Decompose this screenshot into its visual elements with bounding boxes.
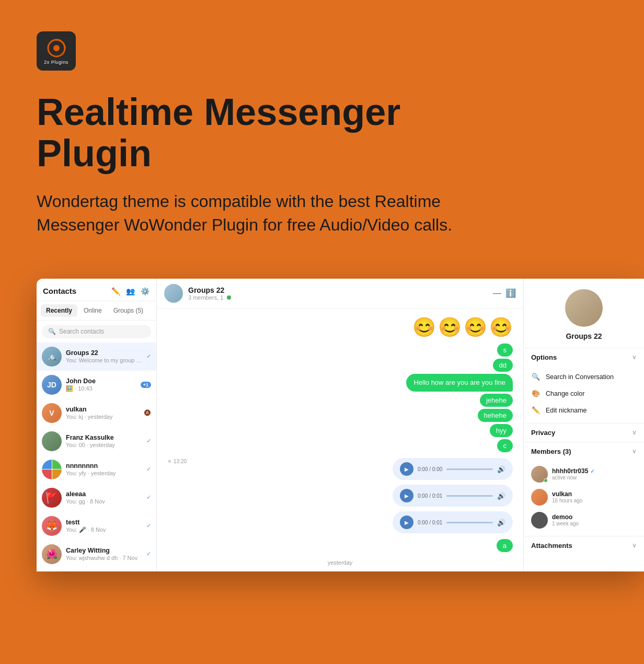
right-panel-header: Groups 22 [524,279,644,348]
avatar: 🦊 [42,516,62,536]
emoji: 😊 [464,316,487,338]
option-label: Change color [546,390,584,397]
emoji: 😊 [438,316,462,338]
time-label: ✕ 13:20 [167,459,187,464]
contact-info: Carley Witting You: wjshwuhw d dh · 7 No… [66,547,142,561]
message-bubble: c [497,439,513,452]
members-header[interactable]: Members (3) ∨ [524,442,644,461]
audio-player[interactable]: ▶ 0:00 / 0:01 🔊 [393,511,513,533]
tab-groups[interactable]: Groups (5) [108,304,148,317]
chat-group-sub: 3 members, 1 [188,294,488,301]
check-icon: ✓ [146,438,151,444]
message-bubble: jehehe [480,394,513,407]
contact-item[interactable]: V vulkan You: kj · yesterday 🔕 [37,399,156,427]
play-button[interactable]: ▶ [400,489,413,502]
emoji: 😊 [489,316,513,338]
member-status: 1 week ago [552,521,637,526]
contact-item[interactable]: 🚩 aleeaa You: gg · 8 Nov ✓ [37,484,156,512]
contact-info: vulkan You: kj · yesterday [66,406,140,420]
contact-preview: You: 00 · yesterday [66,442,142,448]
right-group-name: Groups 22 [566,332,602,340]
options-header[interactable]: Options ∨ [524,348,644,367]
chat-header-actions: — ℹ️ [493,288,516,298]
logo-label: 2x Plugins [44,60,68,65]
attachments-header[interactable]: Attachments ∨ [524,536,644,555]
member-name: vulkan [552,490,637,498]
contact-item[interactable]: 🌺 Carley Witting You: wjshwuhw d dh · 7 … [37,540,156,568]
audio-player[interactable]: ▶ 0:00 / 0:00 🔊 [393,458,513,480]
member-item[interactable]: hhhh0rtr035 ✓ active now [524,463,644,486]
audio-progress[interactable] [446,522,493,523]
contact-name: aleeaa [66,490,142,498]
chat-panel: Groups 22 3 members, 1 — ℹ️ 😊 😊 😊 😊 s [157,279,524,571]
check-icon: ✓ [146,551,151,557]
avatar: JD [42,375,62,395]
search-conversation-option[interactable]: 🔍 Search in Conversation [524,369,644,385]
contacts-tabs: Recently Online Groups (5) [37,301,156,320]
play-button[interactable]: ▶ [400,516,413,529]
contact-preview: You: 🎤 · 8 Nov [66,526,142,533]
tab-recently[interactable]: Recently [41,304,77,317]
volume-icon[interactable]: 🔊 [497,465,505,473]
contact-item[interactable]: 🏔️ Groups 22 You: Welcome to my group ..… [37,342,156,371]
member-name: demoo [552,513,637,521]
options-label: Options [531,353,557,361]
contact-item[interactable]: 🦊 testt You: 🎤 · 8 Nov ✓ [37,512,156,540]
audio-progress[interactable] [446,495,493,497]
privacy-section: Privacy ∨ [524,423,644,442]
contact-name: Groups 22 [66,349,142,357]
privacy-label: Privacy [531,429,555,437]
add-contact-icon[interactable]: 👥 [125,286,135,296]
badge: +1 [141,382,151,388]
contact-item[interactable]: nnnnnnnn You: yfy · yesterday ✓ [37,455,156,484]
members-section: Members (3) ∨ hhhh0rtr035 ✓ active now [524,442,644,536]
contact-name: Franz Kassulke [66,434,142,441]
member-item[interactable]: vulkan 16 hours ago [524,486,644,509]
avatar [42,460,62,479]
contact-name: John Doe [66,377,136,385]
audio-player[interactable]: ▶ 0:00 / 0:01 🔊 [393,485,513,507]
contact-preview: You: kj · yesterday [66,414,140,420]
member-info: hhhh0rtr035 ✓ active now [552,467,637,480]
settings-icon[interactable]: ⚙️ [140,286,150,296]
svg-point-1 [53,45,60,51]
attachments-section: Attachments ∨ [524,536,644,571]
hero-section: 2x Plugins Realtime Messenger Plugin Won… [0,0,644,263]
search-box[interactable]: 🔍 Search contacts [42,325,151,338]
contacts-icons: ✏️ 👥 ⚙️ [110,286,150,296]
member-status: 16 hours ago [552,498,637,503]
contact-preview: You: gg · 8 Nov [66,498,142,505]
message-bubble: hyy [490,424,513,437]
volume-icon[interactable]: 🔊 [497,492,505,500]
audio-progress[interactable] [446,468,493,470]
member-item[interactable]: demoo 1 week ago [524,509,644,532]
message-bubble: Hello how are you are you fine [406,374,513,392]
change-color-option[interactable]: 🎨 Change color [524,385,644,402]
member-info: vulkan 16 hours ago [552,490,637,503]
options-list: 🔍 Search in Conversation 🎨 Change color … [524,367,644,423]
audio-time: 0:00 / 0:01 [418,520,442,525]
contact-item[interactable]: Franz Kassulke You: 00 · yesterday ✓ [37,427,156,455]
search-icon: 🔍 [48,328,56,335]
minimize-btn[interactable]: — [493,289,501,298]
tab-online[interactable]: Online [78,304,107,317]
message-bubble: s [497,344,513,357]
info-btn[interactable]: ℹ️ [505,288,516,298]
contact-item[interactable]: JD John Doe 🖼️ · 10:43 +1 [37,371,156,399]
message-bubble: a [497,539,513,552]
privacy-header[interactable]: Privacy ∨ [524,423,644,442]
logo-box: 2x Plugins [37,31,76,71]
chat-header: Groups 22 3 members, 1 — ℹ️ [157,279,523,308]
edit-nickname-option[interactable]: ✏️ Edit nickname [524,402,644,419]
contact-meta: ✓ [146,522,151,529]
contact-item[interactable]: A ahmed02 6 Nov [37,568,156,571]
contact-name: Carley Witting [66,547,142,554]
edit-icon[interactable]: ✏️ [110,286,121,296]
search-icon: 🔍 [531,372,540,382]
contacts-header: Contacts ✏️ 👥 ⚙️ [37,279,156,301]
play-button[interactable]: ▶ [400,462,413,476]
online-indicator [544,478,548,483]
contact-meta: +1 [141,382,151,388]
volume-icon[interactable]: 🔊 [497,519,505,526]
contact-meta: ✓ [146,551,151,557]
